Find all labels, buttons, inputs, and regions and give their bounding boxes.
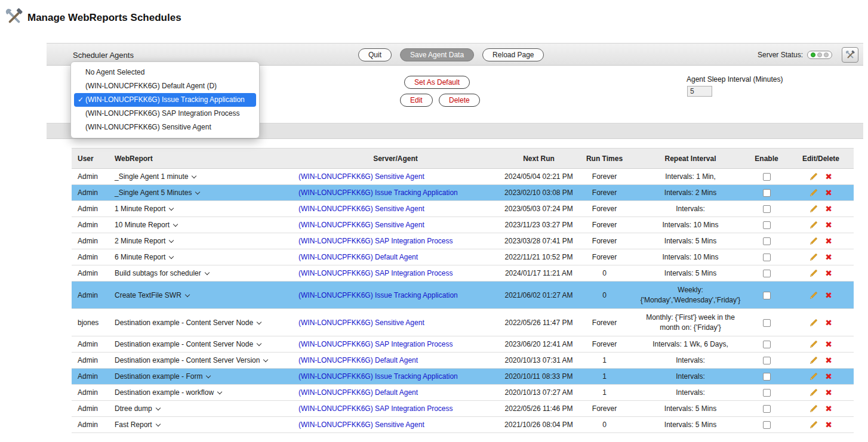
agent-option[interactable]: No Agent Selected: [71, 66, 259, 79]
delete-x-icon[interactable]: ✖: [825, 388, 832, 397]
edit-pencil-icon[interactable]: [809, 388, 818, 397]
edit-pencil-icon[interactable]: [809, 340, 818, 348]
report-name[interactable]: Build subtags for scheduler: [115, 269, 201, 277]
report-name[interactable]: Destination example - Content Server Nod…: [115, 340, 253, 348]
delete-x-icon[interactable]: ✖: [825, 421, 832, 429]
report-name[interactable]: 6 Minute Report: [115, 253, 165, 261]
agent-link[interactable]: (WIN-LONUCPFKK6G) Issue Tracking Applica…: [298, 291, 458, 299]
enable-checkbox[interactable]: [763, 357, 771, 364]
report-name[interactable]: Destination example - Content Server Ver…: [115, 356, 260, 364]
edit-pencil-icon[interactable]: [809, 356, 818, 364]
edit-agent-button[interactable]: Edit: [400, 94, 433, 107]
report-name[interactable]: Dtree dump: [115, 404, 152, 413]
delete-agent-button[interactable]: Delete: [439, 94, 480, 107]
chevron-down-icon[interactable]: [192, 174, 196, 178]
agent-link[interactable]: (WIN-LONUCPFKK6G) Sensitive Agent: [298, 221, 424, 229]
agent-option[interactable]: (WIN-LONUCPFKK6G) Default Agent (D): [71, 79, 259, 93]
agent-link[interactable]: (WIN-LONUCPFKK6G) Default Agent: [298, 356, 418, 364]
quit-button[interactable]: Quit: [358, 48, 392, 61]
enable-checkbox[interactable]: [763, 254, 771, 261]
agent-link[interactable]: (WIN-LONUCPFKK6G) Sensitive Agent: [298, 172, 424, 181]
chevron-down-icon[interactable]: [169, 238, 174, 243]
report-name[interactable]: Fast Report: [115, 421, 152, 429]
chevron-down-icon[interactable]: [195, 190, 200, 194]
edit-pencil-icon[interactable]: [809, 404, 818, 413]
agent-link[interactable]: (WIN-LONUCPFKK6G) Default Agent: [298, 388, 418, 397]
chevron-down-icon[interactable]: [169, 254, 174, 259]
chevron-down-icon[interactable]: [206, 373, 211, 378]
delete-x-icon[interactable]: ✖: [825, 188, 832, 197]
save-agent-data-button[interactable]: Save Agent Data: [400, 48, 474, 61]
enable-checkbox[interactable]: [763, 173, 771, 181]
agent-link[interactable]: (WIN-LONUCPFKK6G) Sensitive Agent: [298, 421, 424, 429]
admin-tools-button[interactable]: [842, 47, 858, 63]
edit-pencil-icon[interactable]: [809, 237, 818, 245]
agent-link[interactable]: (WIN-LONUCPFKK6G) SAP Integration Proces…: [298, 404, 453, 413]
enable-checkbox[interactable]: [763, 189, 771, 197]
edit-pencil-icon[interactable]: [809, 221, 818, 229]
enable-checkbox[interactable]: [763, 292, 771, 299]
delete-x-icon[interactable]: ✖: [825, 221, 832, 229]
report-name[interactable]: 2 Minute Report: [115, 237, 165, 245]
chevron-down-icon[interactable]: [257, 341, 261, 346]
report-name[interactable]: _Single Agent 1 minute: [115, 172, 188, 181]
delete-x-icon[interactable]: ✖: [825, 356, 832, 364]
agent-option[interactable]: (WIN-LONUCPFKK6G) SAP Integration Proces…: [71, 107, 259, 120]
agent-link[interactable]: (WIN-LONUCPFKK6G) SAP Integration Proces…: [298, 340, 453, 348]
agent-sleep-interval-input[interactable]: [687, 86, 712, 97]
report-name[interactable]: Destination example - workflow: [115, 388, 214, 397]
chevron-down-icon[interactable]: [173, 222, 178, 227]
agent-option[interactable]: ✓ (WIN-LONUCPFKK6G) Issue Tracking Appli…: [74, 93, 256, 107]
edit-pencil-icon[interactable]: [809, 291, 818, 299]
report-name[interactable]: Destination example - Content Server Nod…: [115, 319, 253, 327]
delete-x-icon[interactable]: ✖: [825, 291, 832, 299]
delete-x-icon[interactable]: ✖: [825, 319, 832, 327]
enable-checkbox[interactable]: [763, 270, 771, 277]
delete-x-icon[interactable]: ✖: [825, 253, 832, 261]
chevron-down-icon[interactable]: [169, 206, 174, 211]
report-name[interactable]: 10 Minute Report: [115, 221, 170, 229]
delete-x-icon[interactable]: ✖: [825, 269, 832, 277]
chevron-down-icon[interactable]: [217, 390, 222, 394]
enable-checkbox[interactable]: [763, 405, 771, 413]
agent-option[interactable]: (WIN-LONUCPFKK6G) Sensitive Agent: [71, 120, 259, 134]
enable-checkbox[interactable]: [763, 319, 771, 327]
delete-x-icon[interactable]: ✖: [825, 372, 832, 381]
enable-checkbox[interactable]: [763, 341, 771, 348]
delete-x-icon[interactable]: ✖: [825, 172, 832, 181]
enable-checkbox[interactable]: [763, 389, 771, 397]
agent-link[interactable]: (WIN-LONUCPFKK6G) Issue Tracking Applica…: [298, 372, 458, 381]
agent-link[interactable]: (WIN-LONUCPFKK6G) SAP Integration Proces…: [298, 237, 453, 245]
edit-pencil-icon[interactable]: [809, 421, 818, 429]
delete-x-icon[interactable]: ✖: [825, 404, 832, 413]
delete-x-icon[interactable]: ✖: [825, 205, 832, 213]
agent-link[interactable]: (WIN-LONUCPFKK6G) Issue Tracking Applica…: [298, 188, 458, 197]
report-name[interactable]: 1 Minute Report: [115, 205, 165, 213]
enable-checkbox[interactable]: [763, 221, 771, 229]
delete-x-icon[interactable]: ✖: [825, 237, 832, 245]
edit-pencil-icon[interactable]: [809, 372, 818, 381]
enable-checkbox[interactable]: [763, 205, 771, 213]
chevron-down-icon[interactable]: [263, 357, 268, 362]
edit-pencil-icon[interactable]: [809, 188, 818, 197]
edit-pencil-icon[interactable]: [809, 205, 818, 213]
chevron-down-icon[interactable]: [185, 292, 190, 296]
enable-checkbox[interactable]: [763, 237, 771, 245]
agent-link[interactable]: (WIN-LONUCPFKK6G) Default Agent: [298, 253, 418, 261]
reload-page-button[interactable]: Reload Page: [482, 48, 544, 61]
agent-link[interactable]: (WIN-LONUCPFKK6G) SAP Integration Proces…: [298, 269, 453, 277]
chevron-down-icon[interactable]: [205, 270, 210, 275]
edit-pencil-icon[interactable]: [809, 172, 818, 181]
enable-checkbox[interactable]: [763, 373, 771, 381]
report-name[interactable]: Destination example - Form: [115, 372, 202, 381]
chevron-down-icon[interactable]: [155, 406, 160, 410]
chevron-down-icon[interactable]: [155, 422, 160, 426]
chevron-down-icon[interactable]: [257, 319, 261, 324]
edit-pencil-icon[interactable]: [809, 319, 818, 327]
report-name[interactable]: _Single Agent 5 Minutes: [115, 188, 192, 197]
edit-pencil-icon[interactable]: [809, 269, 818, 277]
enable-checkbox[interactable]: [763, 421, 771, 429]
report-name[interactable]: Create TextFile SWR: [115, 291, 181, 299]
agent-link[interactable]: (WIN-LONUCPFKK6G) Sensitive Agent: [298, 205, 424, 213]
set-as-default-button[interactable]: Set As Default: [404, 76, 470, 89]
